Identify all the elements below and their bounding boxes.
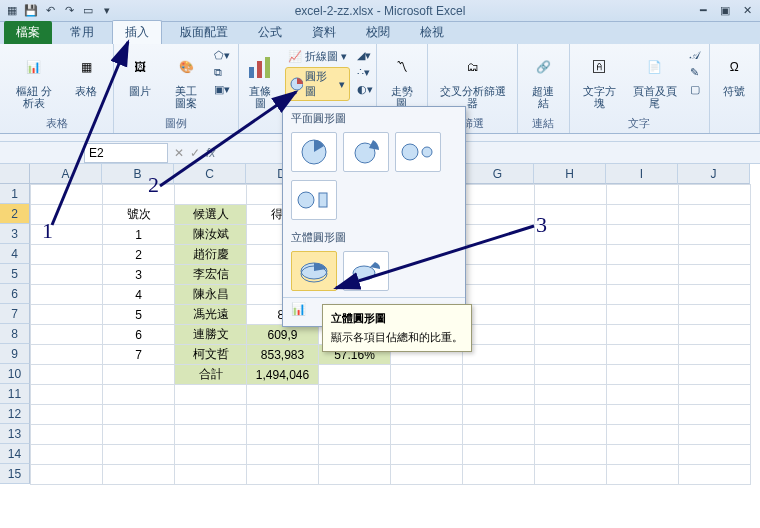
- fx-confirm[interactable]: ✓: [190, 146, 200, 160]
- cell-I6[interactable]: [607, 285, 679, 305]
- cell-A11[interactable]: [31, 385, 103, 405]
- cell-F13[interactable]: [391, 425, 463, 445]
- cell-H7[interactable]: [535, 305, 607, 325]
- cell-J4[interactable]: [679, 245, 751, 265]
- new-doc-icon[interactable]: ▭: [80, 3, 96, 19]
- row-header-3[interactable]: 3: [0, 224, 30, 244]
- cell-I1[interactable]: [607, 185, 679, 205]
- cell-G9[interactable]: [463, 345, 535, 365]
- cell-A3[interactable]: [31, 225, 103, 245]
- row-header-12[interactable]: 12: [0, 404, 30, 424]
- cell-C7[interactable]: 馮光遠: [175, 305, 247, 325]
- cell-A4[interactable]: [31, 245, 103, 265]
- cell-F11[interactable]: [391, 385, 463, 405]
- cell-B4[interactable]: 2: [103, 245, 175, 265]
- cell-C11[interactable]: [175, 385, 247, 405]
- fx-icon[interactable]: fx: [206, 146, 215, 160]
- row-header-5[interactable]: 5: [0, 264, 30, 284]
- table-button[interactable]: ▦ 表格: [65, 48, 107, 112]
- cell-J10[interactable]: [679, 365, 751, 385]
- cell-D9[interactable]: 853,983: [247, 345, 319, 365]
- cell-I2[interactable]: [607, 205, 679, 225]
- cell-E12[interactable]: [319, 405, 391, 425]
- scatter-chart-button[interactable]: ∴▾: [354, 65, 376, 80]
- cell-C3[interactable]: 陳汝斌: [175, 225, 247, 245]
- cell-I14[interactable]: [607, 445, 679, 465]
- tab-review[interactable]: 校閱: [354, 21, 402, 44]
- tab-insert[interactable]: 插入: [112, 20, 162, 44]
- row-header-10[interactable]: 10: [0, 364, 30, 384]
- slicer-button[interactable]: 🗂 交叉分析篩選器: [434, 48, 511, 112]
- cell-J5[interactable]: [679, 265, 751, 285]
- cell-J9[interactable]: [679, 345, 751, 365]
- screenshot-button[interactable]: ▣▾: [211, 82, 233, 97]
- cell-H15[interactable]: [535, 465, 607, 485]
- cell-J2[interactable]: [679, 205, 751, 225]
- cell-J15[interactable]: [679, 465, 751, 485]
- cell-F14[interactable]: [391, 445, 463, 465]
- row-header-2[interactable]: 2: [0, 204, 30, 224]
- cell-A6[interactable]: [31, 285, 103, 305]
- area-chart-button[interactable]: ◢▾: [354, 48, 376, 63]
- cell-B2[interactable]: 號次: [103, 205, 175, 225]
- bar-of-pie[interactable]: [291, 180, 337, 220]
- col-header-I[interactable]: I: [606, 164, 678, 184]
- cell-B11[interactable]: [103, 385, 175, 405]
- cell-I4[interactable]: [607, 245, 679, 265]
- cell-A9[interactable]: [31, 345, 103, 365]
- cell-C15[interactable]: [175, 465, 247, 485]
- picture-button[interactable]: 🖼 圖片: [119, 48, 161, 112]
- cell-D11[interactable]: [247, 385, 319, 405]
- row-header-11[interactable]: 11: [0, 384, 30, 404]
- signature-button[interactable]: ✎: [687, 65, 703, 80]
- cell-A8[interactable]: [31, 325, 103, 345]
- undo-icon[interactable]: ↶: [42, 3, 58, 19]
- clipart-button[interactable]: 🎨 美工圖案: [165, 48, 207, 112]
- cell-H1[interactable]: [535, 185, 607, 205]
- cell-A1[interactable]: [31, 185, 103, 205]
- pivot-button[interactable]: 📊 樞紐 分析表: [6, 48, 61, 112]
- cell-B5[interactable]: 3: [103, 265, 175, 285]
- cell-I9[interactable]: [607, 345, 679, 365]
- cell-I10[interactable]: [607, 365, 679, 385]
- cell-C9[interactable]: 柯文哲: [175, 345, 247, 365]
- cell-A14[interactable]: [31, 445, 103, 465]
- cell-I11[interactable]: [607, 385, 679, 405]
- cell-G1[interactable]: [463, 185, 535, 205]
- tab-home[interactable]: 常用: [58, 21, 106, 44]
- cell-E15[interactable]: [319, 465, 391, 485]
- cell-J6[interactable]: [679, 285, 751, 305]
- cell-J7[interactable]: [679, 305, 751, 325]
- row-header-8[interactable]: 8: [0, 324, 30, 344]
- cell-B6[interactable]: 4: [103, 285, 175, 305]
- cell-I12[interactable]: [607, 405, 679, 425]
- cell-G10[interactable]: [463, 365, 535, 385]
- cell-A2[interactable]: [31, 205, 103, 225]
- cell-C2[interactable]: 候選人: [175, 205, 247, 225]
- close-button[interactable]: ✕: [738, 4, 756, 17]
- save-icon[interactable]: 💾: [23, 3, 39, 19]
- cell-B13[interactable]: [103, 425, 175, 445]
- cell-I15[interactable]: [607, 465, 679, 485]
- cell-A13[interactable]: [31, 425, 103, 445]
- cell-E11[interactable]: [319, 385, 391, 405]
- cell-D10[interactable]: 1,494,046: [247, 365, 319, 385]
- cell-A5[interactable]: [31, 265, 103, 285]
- cell-C6[interactable]: 陳永昌: [175, 285, 247, 305]
- cell-G7[interactable]: [463, 305, 535, 325]
- minimize-button[interactable]: ━: [694, 4, 712, 17]
- row-header-13[interactable]: 13: [0, 424, 30, 444]
- sparklines-button[interactable]: 〽 走勢圖: [381, 48, 423, 112]
- cell-B9[interactable]: 7: [103, 345, 175, 365]
- cell-B15[interactable]: [103, 465, 175, 485]
- qat-more-icon[interactable]: ▾: [99, 3, 115, 19]
- tab-layout[interactable]: 版面配置: [168, 21, 240, 44]
- cell-G14[interactable]: [463, 445, 535, 465]
- row-header-6[interactable]: 6: [0, 284, 30, 304]
- cell-H12[interactable]: [535, 405, 607, 425]
- cell-B3[interactable]: 1: [103, 225, 175, 245]
- cell-G13[interactable]: [463, 425, 535, 445]
- wordart-button[interactable]: 𝒜: [687, 48, 703, 63]
- cell-C1[interactable]: [175, 185, 247, 205]
- cell-I7[interactable]: [607, 305, 679, 325]
